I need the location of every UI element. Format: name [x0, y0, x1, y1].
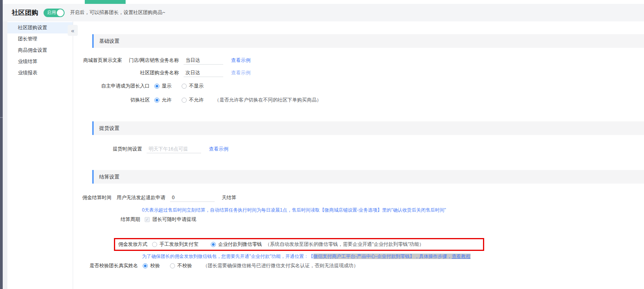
view-example-link-1[interactable]: 查看示例 — [231, 57, 250, 64]
settlement-hint: 0天表示超过售后时间立刻结算，自动结算任务执行时间为每日凌晨1点，售后时间读取【… — [142, 207, 446, 214]
withdraw-anytime-checkbox[interactable]: ✓ — [145, 217, 150, 222]
radio-show-label: 显示 — [162, 83, 172, 89]
payout-method-note: （系统自动发放至团长的微信零钱，需要企业开通"企业付款到零钱"功能） — [265, 241, 424, 248]
hint-highlight-text: 微信支付商户工平台-产品中心-企业付款到零钱】，具体操作步骤， — [313, 254, 452, 259]
section-accent-bar — [92, 170, 94, 184]
section-accent-bar — [92, 121, 94, 135]
row-pickup-time: 提货时间设置 查看示例 — [78, 145, 228, 153]
sidebar-item-commission-settings[interactable]: 商品佣金设置 — [7, 45, 73, 56]
commission-time-label: 佣金结算时间 — [82, 195, 112, 200]
radio-disallow[interactable]: 不允许 — [182, 97, 204, 103]
radio-disallow-icon — [182, 98, 187, 103]
page-title: 社区团购 — [12, 8, 38, 17]
radio-manual-alipay-icon — [152, 242, 157, 247]
radio-show-icon — [154, 84, 159, 89]
enable-toggle-label: 启用 — [47, 10, 56, 16]
pickup-time-input[interactable] — [147, 145, 201, 153]
payout-method-label: 佣金发放方式 — [118, 241, 147, 248]
section-header-settlement: 结算设置 — [92, 170, 644, 184]
pickup-time-label: 提货时间设置 — [78, 146, 142, 152]
radio-wechat-transfer[interactable]: 企业付款到微信零钱 — [211, 241, 262, 248]
settle-days-input[interactable] — [170, 194, 215, 202]
section-title-pickup: 提货设置 — [99, 125, 119, 132]
payout-method-highlight-box: 佣金发放方式 手工发放到支付宝 企业付款到微信零钱 （系统自动发放至团长的微信零… — [114, 238, 484, 251]
radio-hide-label: 不显示 — [189, 83, 204, 89]
radio-allow-icon — [154, 98, 159, 103]
radio-manual-alipay[interactable]: 手工发放到支付宝 — [152, 241, 198, 248]
header-hint: 开启后，可以招募团长，设置社区团购商品~ — [70, 9, 165, 16]
radio-show[interactable]: 显示 — [154, 83, 172, 89]
section-title-basic: 基础设置 — [99, 38, 119, 45]
view-tutorial-link[interactable]: 查看教程 — [452, 254, 471, 259]
display-text-labels: 商城首页展示文案 门店/网店销售业务名称 — [78, 57, 179, 64]
toggle-knob — [57, 9, 64, 16]
section-header-pickup: 提货设置 — [92, 121, 644, 135]
window-edge-strip — [0, 0, 3, 289]
row-apply-entry: 自主申请成为团长入口 显示 不显示 — [78, 83, 214, 89]
radio-no-verify-label: 不校验 — [177, 263, 192, 269]
enable-toggle[interactable]: 启用 — [44, 9, 65, 17]
section-accent-bar — [92, 34, 94, 48]
verify-name-label: 是否校验团长真实姓名 — [78, 263, 138, 269]
refund-limit-label: 用户无法发起退款申请 — [117, 195, 165, 200]
radio-no-verify[interactable]: 不校验 — [170, 263, 192, 269]
radio-manual-alipay-label: 手工发放到支付宝 — [159, 241, 198, 248]
wechat-payout-hint-highlight: 微信支付商户工平台-产品中心-企业付款到零钱】，具体操作步骤，查看教程 — [313, 254, 471, 259]
view-example-link-2[interactable]: 查看示例 — [231, 70, 250, 76]
settle-days-suffix: 天结算 — [222, 194, 236, 201]
sidebar-item-leader-management[interactable]: 团长管理 — [7, 33, 73, 45]
store-business-name-input[interactable] — [184, 56, 223, 65]
sidebar-item-performance-report[interactable]: 业绩报表 — [7, 67, 73, 79]
radio-allow[interactable]: 允许 — [154, 97, 172, 103]
store-business-name-label: 门店/网店销售业务名称 — [129, 58, 179, 63]
radio-hide-icon — [182, 84, 187, 89]
row-community-name: 社区团购业务名称 查看示例 — [78, 69, 250, 77]
sidebar-collapse-icon[interactable]: « — [68, 25, 78, 36]
radio-verify-icon — [143, 263, 148, 268]
radio-no-verify-icon — [170, 263, 175, 268]
settle-cycle-label: 结算周期 — [78, 216, 140, 223]
sidebar-item-community-settings[interactable]: 社区团购设置 — [7, 22, 73, 33]
wechat-payout-hint: 为了确保团长的佣金发放到微信钱包，您需要先开通"企业付款"功能，开通位置：【微信… — [142, 253, 471, 260]
switch-community-label: 切换社区 — [78, 97, 150, 103]
row-settle-cycle: 结算周期 ✓ 团长可随时申请提现 — [78, 216, 196, 223]
sidebar-item-performance-settlement[interactable]: 业绩结算 — [7, 56, 73, 67]
switch-community-note: （是否允许客户切换在不同的社区下单购买商品） — [215, 97, 322, 103]
verify-name-note: （团长需要确保微信账号已进行微信支付实名认证，否则无法提现成功） — [203, 263, 359, 269]
section-header-basic: 基础设置 — [92, 34, 644, 48]
withdraw-anytime-label: 团长可随时申请提现 — [152, 216, 196, 223]
row-display-text: 商城首页展示文案 门店/网店销售业务名称 查看示例 — [78, 56, 250, 65]
main-content: 基础设置 商城首页展示文案 门店/网店销售业务名称 查看示例 社区团购业务名称 … — [74, 21, 644, 289]
radio-wechat-transfer-icon — [211, 242, 216, 247]
display-text-label: 商城首页展示文案 — [83, 58, 122, 63]
window-edge-divider — [0, 117, 3, 118]
row-verify-name: 是否校验团长真实姓名 校验 不校验 （团长需要确保微信账号已进行微信支付实名认证… — [78, 263, 359, 269]
community-business-name-input[interactable] — [184, 69, 223, 77]
view-example-link-3[interactable]: 查看示例 — [209, 146, 228, 152]
radio-wechat-transfer-label: 企业付款到微信零钱 — [218, 241, 262, 248]
community-business-name-label: 社区团购业务名称 — [78, 70, 179, 76]
radio-hide[interactable]: 不显示 — [182, 83, 204, 89]
radio-verify-label: 校验 — [150, 263, 160, 269]
wechat-payout-hint-text: 为了确保团长的佣金发放到微信钱包，您需要先开通"企业付款"功能，开通位置：【 — [142, 254, 313, 259]
row-switch-community: 切换社区 允许 不允许 （是否允许客户切换在不同的社区下单购买商品） — [78, 97, 322, 103]
radio-disallow-label: 不允许 — [189, 97, 204, 103]
commission-time-labels: 佣金结算时间 用户无法发起退款申请 — [78, 194, 165, 201]
apply-entry-label: 自主申请成为团长入口 — [78, 83, 150, 89]
row-commission-time: 佣金结算时间 用户无法发起退款申请 天结算 — [78, 194, 236, 202]
radio-allow-label: 允许 — [162, 97, 172, 103]
left-gutter — [3, 21, 7, 289]
section-title-settlement: 结算设置 — [99, 173, 119, 180]
page-header: 社区团购 启用 开启后，可以招募团长，设置社区团购商品~ — [3, 4, 644, 21]
radio-verify[interactable]: 校验 — [143, 263, 160, 269]
sidebar: 社区团购设置 团长管理 商品佣金设置 业绩结算 业绩报表 — [7, 21, 73, 289]
browser-tab-indicator — [85, 0, 126, 4]
